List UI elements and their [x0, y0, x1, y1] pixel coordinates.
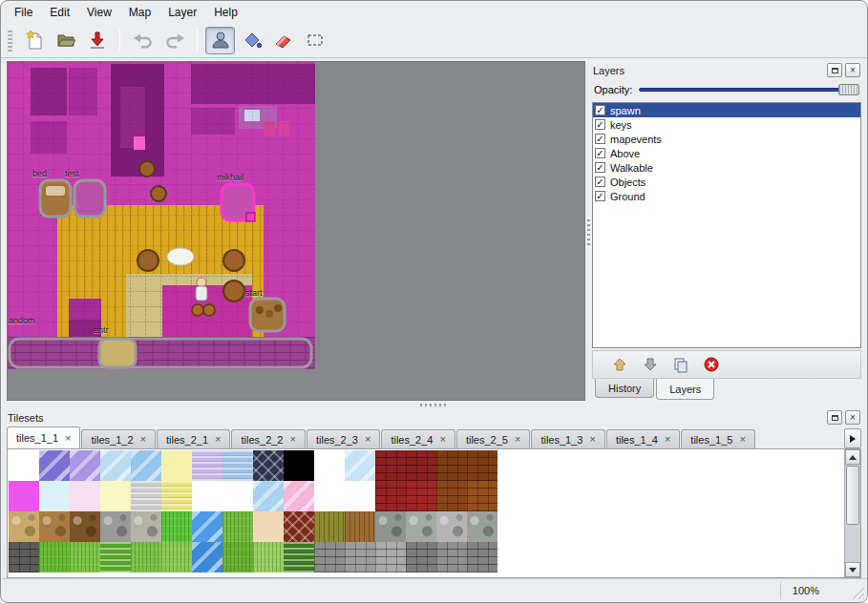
tile[interactable]: [39, 450, 70, 481]
tile[interactable]: [100, 542, 131, 572]
close-panel-button[interactable]: ×: [845, 63, 860, 77]
layer-visibility-checkbox[interactable]: ✓: [595, 105, 605, 115]
tile[interactable]: [161, 542, 192, 572]
layer-row-Above[interactable]: ✓Above: [593, 146, 860, 160]
save-button[interactable]: [82, 27, 112, 54]
tile[interactable]: [314, 450, 345, 481]
tile[interactable]: [467, 511, 498, 542]
tab-close-icon[interactable]: ×: [215, 434, 221, 445]
tile[interactable]: [70, 450, 100, 481]
tile[interactable]: [192, 450, 222, 481]
tile[interactable]: [100, 450, 131, 481]
tileset-tab-tiles_2_2[interactable]: tiles_2_2×: [231, 429, 305, 448]
tileset-scrollbar[interactable]: [844, 449, 860, 577]
scrollbar-track[interactable]: [845, 465, 860, 562]
tile[interactable]: [161, 450, 192, 481]
tab-close-icon[interactable]: ×: [739, 434, 745, 445]
tileset-tab-tiles_2_3[interactable]: tiles_2_3×: [307, 429, 380, 448]
tileset-tab-tiles_2_5[interactable]: tiles_2_5×: [456, 429, 530, 448]
opacity-slider-handle[interactable]: [838, 84, 859, 95]
tile[interactable]: [222, 450, 253, 481]
tileset-tab-tiles_1_3[interactable]: tiles_1_3×: [531, 429, 604, 448]
tile[interactable]: [284, 542, 314, 572]
layer-row-Walkable[interactable]: ✓Walkable: [593, 160, 860, 175]
tile[interactable]: [314, 481, 345, 511]
menu-edit[interactable]: Edit: [41, 4, 78, 21]
tab-close-icon[interactable]: ×: [665, 434, 670, 445]
tile[interactable]: [375, 450, 406, 481]
tile[interactable]: [131, 511, 161, 542]
tile[interactable]: [436, 542, 467, 572]
tab-close-icon[interactable]: ×: [589, 434, 595, 445]
layer-row-Ground[interactable]: ✓Ground: [593, 189, 860, 203]
tile[interactable]: [375, 542, 406, 572]
tileset-tab-tiles_2_1[interactable]: tiles_2_1×: [157, 429, 230, 448]
tile[interactable]: [284, 511, 314, 542]
rect-select-tool-button[interactable]: [300, 27, 329, 54]
tab-close-icon[interactable]: ×: [515, 434, 520, 445]
scroll-down-button[interactable]: [845, 562, 860, 577]
bucket-fill-tool-button[interactable]: [237, 27, 266, 54]
tile[interactable]: [131, 450, 161, 481]
tileset-tab-tiles_1_5[interactable]: tiles_1_5×: [681, 429, 754, 448]
tile[interactable]: [284, 481, 314, 511]
layer-visibility-checkbox[interactable]: ✓: [595, 162, 605, 173]
tile[interactable]: [253, 511, 284, 542]
tile[interactable]: [406, 542, 436, 572]
tile[interactable]: [436, 481, 467, 511]
menu-file[interactable]: File: [6, 4, 41, 21]
tile[interactable]: [192, 511, 222, 542]
layer-visibility-checkbox[interactable]: ✓: [595, 148, 605, 158]
tile[interactable]: [436, 450, 467, 481]
tile[interactable]: [192, 542, 222, 572]
tile[interactable]: [314, 511, 345, 542]
tile[interactable]: [345, 481, 375, 511]
tile[interactable]: [406, 511, 436, 542]
duplicate-layer-button[interactable]: [669, 354, 692, 375]
tab-close-icon[interactable]: ×: [439, 434, 445, 445]
menu-map[interactable]: Map: [120, 4, 159, 21]
close-panel-button[interactable]: ×: [845, 410, 860, 425]
layer-row-spawn[interactable]: ✓spawn: [593, 103, 860, 117]
opacity-slider-track[interactable]: [639, 88, 857, 92]
tab-scroll-right-button[interactable]: [844, 428, 861, 448]
tile[interactable]: [253, 481, 284, 511]
raise-layer-button[interactable]: [608, 354, 631, 375]
tile[interactable]: [70, 542, 100, 572]
layer-row-keys[interactable]: ✓keys: [593, 117, 860, 132]
tab-layers[interactable]: Layers: [656, 379, 714, 400]
resize-grip[interactable]: [851, 586, 864, 599]
layer-row-mapevents[interactable]: ✓mapevents: [593, 132, 860, 146]
tile[interactable]: [345, 450, 375, 481]
layer-list[interactable]: ✓spawn✓keys✓mapevents✓Above✓Walkable✓Obj…: [592, 102, 861, 348]
menu-layer[interactable]: Layer: [159, 4, 205, 21]
layer-visibility-checkbox[interactable]: ✓: [595, 134, 605, 144]
tile[interactable]: [9, 481, 39, 511]
tile[interactable]: [100, 481, 131, 511]
eraser-tool-button[interactable]: [268, 27, 298, 54]
tile[interactable]: [192, 481, 222, 511]
float-panel-button[interactable]: [827, 410, 842, 425]
tile[interactable]: [9, 511, 39, 542]
tileset-tab-tiles_1_1[interactable]: tiles_1_1×: [7, 426, 80, 448]
open-button[interactable]: [51, 27, 80, 54]
delete-layer-button[interactable]: [700, 354, 723, 375]
vertical-splitter[interactable]: [585, 61, 592, 401]
map-canvas[interactable]: [8, 62, 315, 369]
tile[interactable]: [39, 542, 70, 572]
tile[interactable]: [253, 542, 284, 572]
layer-row-Objects[interactable]: ✓Objects: [593, 175, 860, 189]
tile[interactable]: [314, 542, 345, 572]
tile[interactable]: [467, 542, 498, 572]
tile[interactable]: [467, 450, 498, 481]
tile[interactable]: [345, 511, 375, 542]
tile[interactable]: [406, 481, 436, 511]
tile[interactable]: [161, 481, 192, 511]
tile[interactable]: [436, 511, 467, 542]
tile[interactable]: [375, 481, 406, 511]
tile[interactable]: [161, 511, 192, 542]
tile[interactable]: [131, 542, 161, 572]
tile[interactable]: [345, 542, 375, 572]
menu-help[interactable]: Help: [205, 4, 246, 21]
menu-view[interactable]: View: [78, 4, 120, 21]
